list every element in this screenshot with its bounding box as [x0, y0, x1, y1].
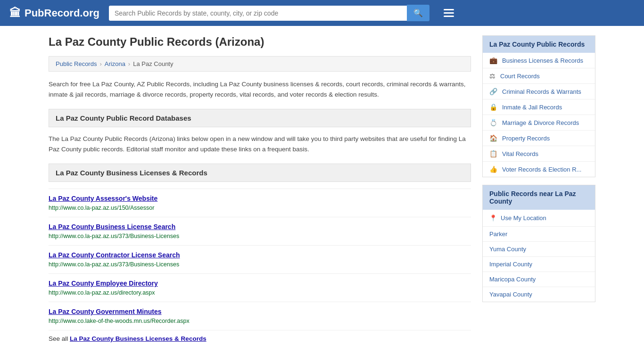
see-all-prefix: See all [49, 335, 68, 342]
inmate-icon: 🔒 [489, 103, 497, 111]
sidebar-nearby-box: Public Records near La Paz County 📍 Use … [482, 185, 595, 302]
marriage-icon: 💍 [489, 119, 497, 126]
record-url-1: http://www.co.la-paz.az.us/373/Business-… [49, 233, 179, 239]
site-header: 🏛 PubRecord.org 🔍 [0, 0, 644, 26]
see-all-text: See all La Paz County Business Licenses … [49, 335, 471, 342]
sidebar-item-voter[interactable]: 👍 Voter Records & Election R... [483, 162, 595, 177]
records-list: La Paz County Assessor's Website http://… [49, 189, 471, 330]
sidebar-item-marriage[interactable]: 💍 Marriage & Divorce Records [483, 115, 595, 131]
sidebar-item-inmate[interactable]: 🔒 Inmate & Jail Records [483, 99, 595, 115]
page-description: Search for free La Paz County, AZ Public… [49, 79, 471, 99]
databases-description: The La Paz County Public Records (Arizon… [49, 134, 471, 154]
business-icon: 💼 [489, 57, 497, 64]
sidebar-item-label: Business Licenses & Records [502, 57, 583, 64]
sidebar-item-label: Vital Records [502, 150, 538, 157]
table-row: La Paz County Contractor License Search … [49, 246, 471, 274]
sidebar-item-label: Inmate & Jail Records [502, 104, 562, 111]
sidebar-nearby-header: Public Records near La Paz County [483, 185, 595, 210]
criminal-icon: 🔗 [489, 88, 497, 95]
page-title: La Paz County Public Records (Arizona) [49, 35, 471, 49]
main-container: La Paz County Public Records (Arizona) P… [39, 26, 605, 352]
sidebar-item-vital[interactable]: 📋 Vital Records [483, 146, 595, 162]
search-bar: 🔍 [109, 5, 429, 21]
logo-icon: 🏛 [9, 7, 21, 20]
record-url-3: http://www.co.la-paz.az.us/directory.asp… [49, 289, 155, 296]
logo-link[interactable]: 🏛 PubRecord.org [9, 7, 99, 20]
breadcrumb-sep-2: › [128, 60, 130, 67]
sidebar-item-business[interactable]: 💼 Business Licenses & Records [483, 53, 595, 68]
breadcrumb-current: La Paz County [133, 60, 173, 67]
record-link-0[interactable]: La Paz County Assessor's Website [49, 195, 471, 202]
nearby-place-3[interactable]: Maricopa County [483, 272, 595, 287]
record-url-4: http://www.co.lake-of-the-woods.mn.us/Re… [49, 318, 190, 324]
record-link-4[interactable]: La Paz County Government Minutes [49, 308, 471, 315]
menu-button[interactable] [444, 9, 454, 17]
sidebar-item-court[interactable]: ⚖ Court Records [483, 68, 595, 84]
menu-bar-2 [444, 12, 454, 14]
use-my-location-button[interactable]: 📍 Use My Location [483, 210, 595, 227]
sidebar-item-criminal[interactable]: 🔗 Criminal Records & Warrants [483, 84, 595, 99]
record-link-3[interactable]: La Paz County Employee Directory [49, 280, 471, 287]
breadcrumb-arizona[interactable]: Arizona [105, 60, 125, 67]
record-link-2[interactable]: La Paz County Contractor License Search [49, 251, 471, 259]
breadcrumb: Public Records › Arizona › La Paz County [49, 56, 471, 72]
table-row: La Paz County Business License Search ht… [49, 217, 471, 246]
location-icon: 📍 [489, 214, 497, 222]
sidebar-item-label: Property Records [502, 135, 550, 142]
menu-bar-3 [444, 16, 454, 17]
sidebar: La Paz County Public Records 💼 Business … [482, 35, 595, 342]
databases-section-header: La Paz County Public Record Databases [49, 109, 471, 127]
breadcrumb-sep-1: › [99, 60, 101, 67]
see-all-link[interactable]: La Paz County Business Licenses & Record… [70, 335, 206, 342]
business-section-header: La Paz County Business Licenses & Record… [49, 164, 471, 182]
use-location-label: Use My Location [501, 214, 546, 222]
record-url-0: http://www.co.la-paz.az.us/150/Assessor [49, 205, 154, 211]
nearby-place-1[interactable]: Yuma County [483, 242, 595, 257]
vital-icon: 📋 [489, 150, 497, 157]
main-content: La Paz County Public Records (Arizona) P… [49, 35, 471, 342]
search-input[interactable] [109, 6, 407, 21]
sidebar-public-records-box: La Paz County Public Records 💼 Business … [482, 35, 595, 177]
record-url-2: http://www.co.la-paz.az.us/373/Business-… [49, 261, 179, 268]
menu-bar-1 [444, 9, 454, 10]
sidebar-item-label: Court Records [500, 73, 540, 80]
nearby-place-0[interactable]: Parker [483, 227, 595, 242]
table-row: La Paz County Employee Directory http://… [49, 274, 471, 302]
breadcrumb-public-records[interactable]: Public Records [56, 60, 97, 67]
sidebar-item-property[interactable]: 🏠 Property Records [483, 131, 595, 146]
nearby-place-4[interactable]: Yavapai County [483, 287, 595, 302]
search-button[interactable]: 🔍 [407, 5, 429, 21]
sidebar-item-label: Marriage & Divorce Records [502, 119, 579, 126]
property-icon: 🏠 [489, 134, 497, 142]
court-icon: ⚖ [489, 72, 495, 80]
search-icon: 🔍 [413, 9, 423, 17]
nearby-place-2[interactable]: Imperial County [483, 257, 595, 272]
table-row: La Paz County Government Minutes http://… [49, 302, 471, 330]
table-row: La Paz County Assessor's Website http://… [49, 189, 471, 217]
logo-text: PubRecord.org [25, 7, 99, 19]
sidebar-item-label: Criminal Records & Warrants [502, 88, 581, 95]
sidebar-item-label: Voter Records & Election R... [502, 166, 581, 173]
record-link-1[interactable]: La Paz County Business License Search [49, 223, 471, 230]
sidebar-public-records-header: La Paz County Public Records [483, 36, 595, 53]
voter-icon: 👍 [489, 165, 497, 173]
